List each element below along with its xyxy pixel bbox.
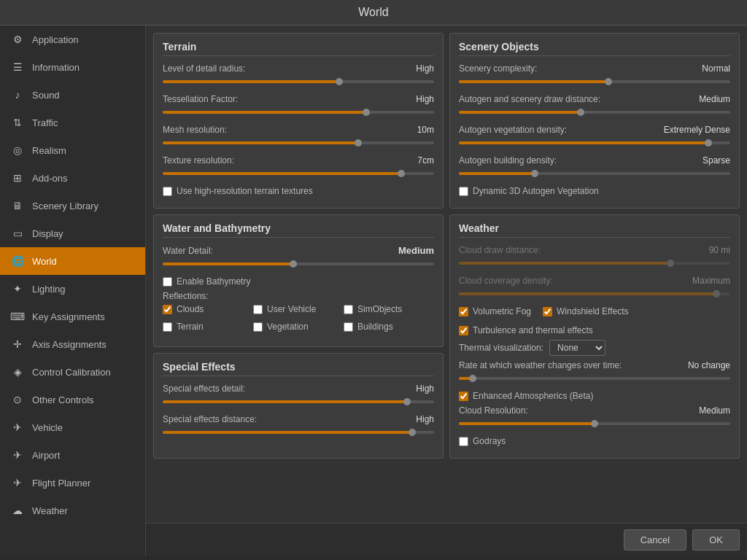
- texture-value: 7cm: [417, 155, 434, 166]
- cloud-res-slider[interactable]: [459, 419, 730, 429]
- sidebar-item-weather[interactable]: ☁Weather: [0, 497, 145, 524]
- cloud-res-value: Medium: [699, 405, 730, 416]
- cancel-button[interactable]: Cancel: [624, 529, 686, 551]
- thermal-row: Thermal visualization: None Low Medium H…: [459, 340, 730, 356]
- sidebar-item-sound[interactable]: ♪Sound: [0, 81, 145, 109]
- texture-slider[interactable]: [163, 168, 434, 179]
- vehicle-icon: ✈: [10, 420, 25, 435]
- sidebar-item-airport[interactable]: ✈Airport: [0, 441, 145, 469]
- other-controls-icon: ⊙: [10, 392, 25, 407]
- windshield-checkbox[interactable]: [543, 307, 552, 316]
- complexity-slider[interactable]: [459, 77, 730, 87]
- bld-density-label: Autogen building density:: [459, 155, 557, 166]
- left-panels: Terrain Level of detail radius: High Tes…: [153, 33, 444, 459]
- terrain-checkbox[interactable]: [163, 322, 172, 332]
- mesh-slider[interactable]: [163, 138, 434, 148]
- sfx-detail-slider[interactable]: [163, 397, 434, 407]
- godrays-label: Godrays: [473, 436, 506, 446]
- godrays-checkbox[interactable]: [459, 437, 468, 446]
- sidebar-item-information[interactable]: ☰Information: [0, 53, 145, 81]
- lod-slider[interactable]: [163, 77, 434, 87]
- sidebar-label-airport: Airport: [32, 450, 60, 461]
- turbulence-checkbox[interactable]: [459, 326, 468, 335]
- sfx-dist-slider[interactable]: [163, 427, 434, 438]
- traffic-icon: ⇅: [10, 115, 25, 130]
- autogen-draw-label: Autogen and scenery draw distance:: [459, 94, 600, 104]
- terrain-title: Terrain: [163, 41, 434, 56]
- sidebar-item-traffic[interactable]: ⇅Traffic: [0, 109, 145, 136]
- cloud-coverage-value: Maximum: [692, 276, 730, 286]
- hires-checkbox[interactable]: [163, 187, 172, 196]
- sidebar-item-scenery-library[interactable]: 🖥Scenery Library: [0, 192, 145, 219]
- sidebar-item-application[interactable]: ⚙Application: [0, 26, 145, 53]
- veg-density-slider[interactable]: [459, 138, 730, 148]
- sidebar-label-flight-planner: Flight Planner: [32, 478, 90, 489]
- tess-slider[interactable]: [163, 107, 434, 117]
- water-title: Water and Bathymetry: [163, 222, 434, 238]
- weather-title: Weather: [459, 222, 730, 238]
- cloud-res-label: Cloud Resolution:: [459, 405, 528, 416]
- complexity-value: Normal: [702, 63, 730, 74]
- mesh-value: 10m: [417, 125, 434, 135]
- autogen-draw-slider[interactable]: [459, 107, 730, 117]
- sound-icon: ♪: [10, 88, 25, 102]
- water-detail-slider[interactable]: [163, 259, 434, 269]
- hires-row: Use high-resolution terrain textures: [163, 186, 434, 196]
- realism-icon: ◎: [10, 143, 25, 158]
- sidebar-item-vehicle[interactable]: ✈Vehicle: [0, 413, 145, 441]
- simobjects-checkbox[interactable]: [344, 305, 353, 314]
- sidebar-item-flight-planner[interactable]: ✈Flight Planner: [0, 469, 145, 497]
- texture-label: Texture resolution:: [163, 155, 234, 166]
- bathymetry-checkbox[interactable]: [163, 277, 172, 287]
- bathymetry-label: Enable Bathymetry: [177, 276, 250, 287]
- buildings-checkbox[interactable]: [344, 322, 353, 332]
- lod-label: Level of detail radius:: [163, 63, 245, 74]
- sidebar-item-display[interactable]: ▭Display: [0, 219, 145, 247]
- sidebar-label-key-assignments: Key Assignments: [32, 311, 105, 322]
- clouds-label: Clouds: [177, 304, 204, 314]
- enhanced-checkbox[interactable]: [459, 392, 468, 401]
- cloud-draw-slider[interactable]: [459, 258, 730, 268]
- volumetric-fog-checkbox[interactable]: [459, 307, 468, 316]
- enhanced-label: Enhanced Atmospherics (Beta): [473, 391, 593, 401]
- sidebar-item-realism[interactable]: ◎Realism: [0, 136, 145, 164]
- lighting-icon: ✦: [10, 281, 25, 296]
- ok-button[interactable]: OK: [692, 529, 740, 551]
- bld-density-value: Sparse: [703, 155, 730, 166]
- thermal-dropdown[interactable]: None Low Medium High: [549, 340, 605, 356]
- sidebar-label-information: Information: [32, 62, 80, 73]
- volumetric-fog-label: Volumetric Fog: [473, 306, 531, 316]
- dynamic-veg-checkbox[interactable]: [459, 187, 468, 196]
- cloud-draw-value: 90 mi: [709, 245, 730, 255]
- veg-density-value: Extremely Dense: [664, 125, 730, 135]
- buildings-label: Buildings: [357, 322, 393, 332]
- cloud-coverage-slider[interactable]: [459, 289, 730, 299]
- sidebar-item-other-controls[interactable]: ⊙Other Controls: [0, 386, 145, 413]
- world-icon: 🌐: [10, 254, 25, 268]
- veg-density-label: Autogen vegetation density:: [459, 125, 567, 135]
- sidebar-label-vehicle: Vehicle: [32, 422, 63, 433]
- mesh-label: Mesh resolution:: [163, 125, 227, 135]
- sidebar-item-addons[interactable]: ⊞Add-ons: [0, 164, 145, 192]
- tess-label: Tessellation Factor:: [163, 94, 238, 104]
- sidebar-item-world[interactable]: 🌐World: [0, 247, 145, 275]
- cloud-draw-label: Cloud draw distance:: [459, 245, 541, 255]
- rate-slider[interactable]: [459, 373, 730, 384]
- user-vehicle-label: User Vehicle: [267, 304, 316, 314]
- scenery-library-icon: 🖥: [10, 198, 25, 213]
- sidebar-item-axis-assignments[interactable]: ✛Axis Assignments: [0, 330, 145, 358]
- window-title: World: [358, 6, 389, 18]
- clouds-checkbox[interactable]: [163, 305, 172, 314]
- sfx-dist-label: Special effects distance:: [163, 414, 257, 424]
- vegetation-checkbox[interactable]: [253, 322, 263, 332]
- sidebar-item-key-assignments[interactable]: ⌨Key Assignments: [0, 303, 145, 330]
- sidebar-label-application: Application: [32, 34, 79, 45]
- sidebar-item-lighting[interactable]: ✦Lighting: [0, 275, 145, 303]
- rate-value: No change: [688, 360, 730, 370]
- cloud-coverage-label: Cloud coverage density:: [459, 276, 553, 286]
- turbulence-label: Turbulence and thermal effects: [473, 325, 593, 335]
- sidebar-label-realism: Realism: [32, 145, 66, 156]
- bld-density-slider[interactable]: [459, 168, 730, 179]
- sidebar-item-control-calibration[interactable]: ◈Control Calibration: [0, 358, 145, 386]
- user-vehicle-checkbox[interactable]: [253, 305, 263, 314]
